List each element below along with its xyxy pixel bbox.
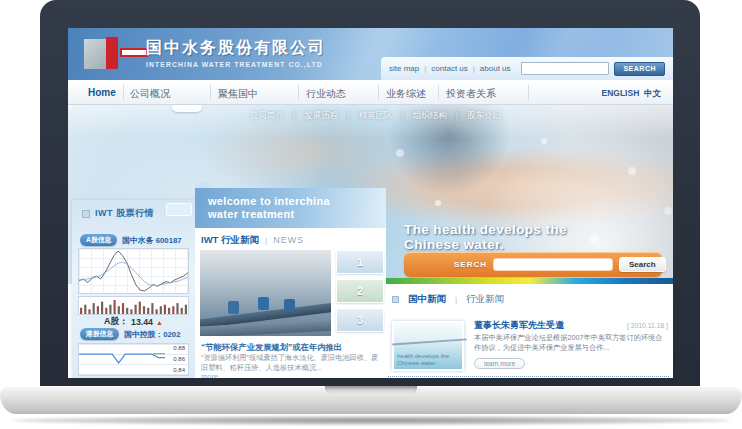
laptop-base-notch [325,386,417,395]
logo-white-bar [120,48,148,57]
h-share-name[interactable]: 国中控股：0202 [124,329,180,340]
subnav-separator: | [401,111,403,121]
h-chart-ytick: 0.86 [173,356,185,362]
laptop-shadow [12,416,730,425]
welcome-banner-tab [195,182,211,188]
welcome-line-1: welcome to interchina [208,195,386,208]
brand-block: 国中水务股份有限公司 INTERCHINA WATER TREATMENT CO… [146,38,326,68]
h-share-row: 港股信息 国中控股：0202 [80,328,181,340]
a-share-name[interactable]: 国中水务 600187 [122,235,181,246]
nav-item-home[interactable]: Home [88,87,116,98]
company-name-en: INTERCHINA WATER TREATMENT CO.,LTD [146,61,326,68]
center-news-more-link[interactable]: more [201,372,218,378]
nav-item-investor[interactable]: 投资者关系 [446,87,496,101]
news-tabs: 国中新闻 | 行业新闻 [392,293,504,306]
sub-navigation: 公司简介 | 发展历程 | 精英团队 | 组织结构 | 股东介绍 [250,110,501,122]
sidebar-title: IWT 股票行情 [95,207,154,220]
pager-button-3[interactable]: 3 [336,308,384,332]
subnav-item[interactable]: 股东介绍 [467,110,501,122]
utility-separator: | [424,64,426,73]
welcome-line-2: water treatment [208,208,386,221]
link-site-map[interactable]: site map [389,64,419,73]
center-news-headline[interactable]: “节能环保产业发展规划”或在年内推出 [201,342,342,353]
sidebar-corner-decoration [166,203,192,216]
thumbnail-caption: health develops the Chinese water. [397,353,457,367]
news-item-date: [ 2010.11.18 ] [627,322,668,329]
h-share-price-chart: 0.88 0.86 0.84 [78,343,189,376]
water-bubbles-decoration [68,105,72,109]
nav-item-industry[interactable]: 行业动态 [306,87,346,101]
lang-english[interactable]: ENGLISH [601,88,639,98]
a-share-row: A股信息 国中水务 600187 [80,234,182,246]
company-name-zh: 国中水务股份有限公司 [146,38,326,59]
website: 国中水务股份有限公司 INTERCHINA WATER TREATMENT CO… [68,28,673,378]
a-share-volume-chart [78,296,189,315]
center-news-header: IWT 行业新闻 | NEWS [201,234,304,247]
nav-item-company[interactable]: 公司概况 [130,87,170,101]
nav-divider [378,85,379,100]
h-share-price-chart-svg [79,344,165,375]
pump-equipment-shape [258,297,269,310]
a-share-price-chart-svg [79,249,188,293]
square-bullet-icon [82,210,90,218]
slogan-line-2: Chinese water. [404,238,567,253]
nav-divider [528,85,529,100]
news-item-title-row: 董事长朱勇军先生受邀 [ 2010.11.18 ] [474,319,668,332]
a-share-price-value: 13.44 [131,317,153,327]
news-photo-water-treatment-plant[interactable] [200,250,331,336]
pager-button-2[interactable]: 2 [336,279,384,303]
a-share-price-row: A股： 13.44 ▲ [72,316,195,328]
square-bullet-icon [392,296,399,303]
main-navigation: Home 公司概况 聚焦国中 行业动态 业务综述 投资者关系 ENGLISH 中… [68,80,673,105]
learn-more-button[interactable]: learn more [474,358,525,369]
logo-red-cross [106,37,118,69]
hero-search-button[interactable]: Search [619,257,666,272]
nav-divider [298,85,299,100]
utility-bar: site map | contact us | about us SEARCH [381,57,673,80]
right-news-panel: 国中新闻 | 行业新闻 health develops the Chinese … [386,284,673,378]
laptop-base [0,386,742,414]
a-share-volume-chart-svg [79,297,188,314]
news-thumbnail[interactable]: health develops the Chinese water. [392,321,464,371]
slogan-line-1: The health develops the [404,223,567,238]
laptop-mockup: 国中水务股份有限公司 INTERCHINA WATER TREATMENT CO… [0,0,742,429]
subnav-separator: | [456,111,458,121]
welcome-banner: welcome to interchina water treatment [195,188,386,228]
link-about-us[interactable]: about us [480,64,511,73]
center-news-title-en: NEWS [273,235,304,245]
center-news-excerpt: “资源循环利用”领域囊括了海水淡化、废旧电池回收、废旧塑料、秸秆压块、人造板技术… [201,353,381,373]
header-search-input[interactable] [521,62,609,75]
price-up-arrow-icon: ▲ [156,319,163,326]
utility-separator: | [473,64,475,73]
hero-search-input[interactable] [493,258,613,271]
center-column: welcome to interchina water treatment IW… [195,188,386,378]
nav-item-business[interactable]: 业务综述 [386,87,426,101]
nav-item-focus[interactable]: 聚焦国中 [218,87,258,101]
nav-divider [123,85,124,100]
h-share-badge: 港股信息 [80,328,119,340]
language-switch: ENGLISH 中文 [601,88,661,100]
header-search-button[interactable]: SEARCH [614,62,665,76]
tab-interchina-news[interactable]: 国中新闻 [408,293,446,306]
lang-chinese[interactable]: 中文 [644,88,661,98]
nav-divider [438,85,439,100]
subnav-item[interactable]: 公司简介 [250,110,284,122]
hero-search-bar: SERCH Search [404,252,662,277]
nav-divider [210,85,211,100]
subnav-item[interactable]: 组织结构 [413,110,447,122]
a-share-badge: A股信息 [80,234,117,246]
link-contact-us[interactable]: contact us [431,64,467,73]
company-logo-icon [84,37,136,71]
site-header: 国中水务股份有限公司 INTERCHINA WATER TREATMENT CO… [68,28,673,80]
subnav-separator: | [293,111,295,121]
center-news-separator: | [265,236,267,245]
hero-slogan: The health develops the Chinese water. [404,223,567,252]
pager-button-1[interactable]: 1 [336,250,384,274]
tab-industry-news[interactable]: 行业新闻 [466,293,504,306]
news-item-title[interactable]: 董事长朱勇军先生受邀 [474,319,564,332]
subnav-item[interactable]: 精英团队 [358,110,392,122]
subnav-item[interactable]: 发展历程 [304,110,338,122]
news-item-excerpt: 本届中美环保产业论坛是根据2007年中美双方签订的环境合作协议，为促进中美环保产… [474,333,667,354]
stock-sidebar: IWT 股票行情 A股信息 国中水务 600187 A股： 13.44 ▲ [72,200,195,378]
tab-separator: | [455,295,457,304]
